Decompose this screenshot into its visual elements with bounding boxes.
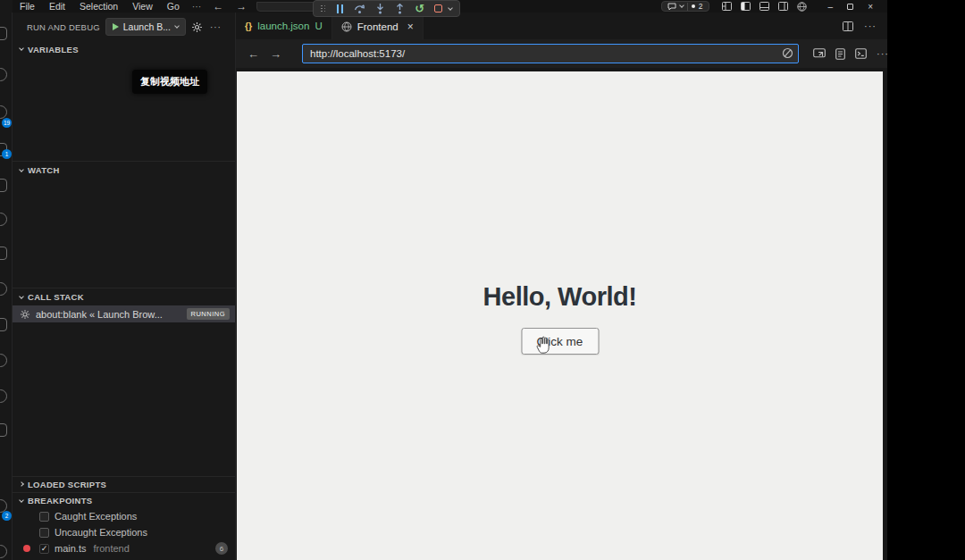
launch-config-label: Launch B... — [123, 21, 171, 32]
divider — [687, 3, 688, 11]
section-label: LOADED SCRIPTS — [28, 480, 106, 489]
chevron-down-icon — [19, 46, 24, 51]
pause-button[interactable] — [336, 1, 345, 17]
menu-more-icon[interactable]: ··· — [187, 1, 207, 12]
sidebar-header: RUN AND DEBUG Launch B... ··· — [13, 13, 235, 41]
window-controls: – × — [819, 2, 882, 12]
breakpoint-row-uncaught[interactable]: Uncaught Exceptions — [13, 524, 235, 540]
url-bar — [302, 44, 799, 63]
click-me-button[interactable]: Click me — [521, 328, 599, 355]
menu-view[interactable]: View — [125, 1, 160, 12]
tab-label: Frontend — [357, 21, 399, 32]
section-loaded-scripts[interactable]: LOADED SCRIPTS — [13, 476, 235, 492]
close-tab-icon[interactable]: × — [407, 21, 414, 33]
browser-actions: ··· — [813, 48, 889, 60]
extensions-icon[interactable] — [0, 179, 7, 192]
search-icon[interactable] — [0, 68, 7, 81]
bookmark-icon[interactable] — [0, 423, 7, 437]
account-badge: 2 — [2, 511, 12, 521]
sidebar-more-icon[interactable]: ··· — [210, 22, 222, 32]
chevron-down-icon — [19, 167, 24, 172]
breakpoint-label: Uncaught Exceptions — [55, 527, 147, 538]
globe-icon[interactable] — [797, 2, 807, 12]
open-external-browser-icon[interactable] — [813, 48, 826, 59]
circle-slash-icon[interactable] — [782, 47, 793, 59]
source-control-icon[interactable] — [0, 105, 7, 119]
chat-icon — [667, 3, 676, 11]
history-forward-icon[interactable]: → — [230, 0, 253, 13]
section-label: VARIABLES — [28, 45, 79, 54]
url-input[interactable] — [302, 44, 799, 63]
breakpoint-row-main-ts[interactable]: ✓ main.ts frontend 6 — [13, 540, 235, 556]
browser-forward-icon[interactable]: → — [267, 47, 284, 61]
breakpoint-label: Caught Exceptions — [55, 511, 137, 522]
browser-back-icon[interactable]: ← — [245, 47, 262, 61]
menu-selection[interactable]: Selection — [72, 1, 125, 12]
testing-icon[interactable] — [0, 213, 7, 226]
console-icon[interactable] — [855, 48, 867, 59]
status-dot-icon — [692, 4, 695, 8]
chevron-down-icon — [19, 294, 24, 299]
panel-title: RUN AND DEBUG — [27, 22, 100, 32]
toggle-sidebar-icon[interactable] — [741, 2, 751, 11]
settings-gear-icon[interactable] — [0, 545, 7, 558]
tab-bar-actions: ··· — [843, 13, 887, 39]
section-breakpoints[interactable]: BREAKPOINTS — [13, 492, 235, 508]
remote-explorer-icon[interactable] — [0, 247, 7, 260]
step-out-button[interactable] — [395, 4, 405, 14]
step-over-button[interactable] — [354, 4, 365, 14]
minimize-button[interactable]: – — [828, 2, 834, 12]
section-variables[interactable]: VARIABLES — [13, 41, 235, 57]
git-untracked-badge: U — [315, 21, 322, 31]
stop-dropdown-chevron-icon[interactable] — [448, 5, 453, 11]
devtools-log-icon[interactable] — [835, 48, 845, 60]
editor-area: {} launch.json U Frontend × ··· ← → — [236, 13, 887, 560]
toggle-panel-icon[interactable] — [759, 2, 769, 11]
explorer-icon[interactable] — [0, 27, 7, 40]
call-stack-session-row[interactable]: about:blank « Launch Brow... RUNNING — [13, 305, 235, 322]
drag-handle-icon[interactable] — [321, 5, 326, 13]
close-window-button[interactable]: × — [868, 2, 873, 12]
section-call-stack[interactable]: CALL STACK — [13, 288, 235, 305]
maximize-button[interactable] — [847, 4, 853, 10]
chevron-down-icon — [679, 3, 684, 8]
restart-button[interactable]: ↺ — [415, 3, 424, 14]
browser-more-icon[interactable]: ··· — [877, 48, 889, 59]
run-debug-sidebar: RUN AND DEBUG Launch B... ··· VARIABLES … — [13, 13, 236, 560]
toggle-secondary-sidebar-icon[interactable] — [778, 2, 788, 11]
menu-file[interactable]: File — [13, 1, 42, 12]
tab-label: launch.json — [257, 21, 309, 31]
chat-count-badge: 2 — [699, 2, 703, 11]
running-status-badge: RUNNING — [187, 308, 231, 320]
stop-button[interactable] — [434, 4, 442, 13]
launch-config-button[interactable]: Launch B... — [105, 18, 186, 36]
chat-widget[interactable]: 2 — [661, 1, 709, 12]
section-watch[interactable]: WATCH — [13, 161, 235, 179]
split-editor-icon[interactable] — [843, 21, 853, 31]
checkbox-checked[interactable]: ✓ — [39, 544, 49, 554]
breakpoint-row-caught[interactable]: Caught Exceptions — [13, 508, 235, 524]
breakpoint-line-badge: 6 — [215, 542, 228, 555]
step-into-button[interactable] — [375, 4, 385, 14]
menu-go[interactable]: Go — [160, 1, 187, 12]
history-back-icon[interactable]: ← — [206, 0, 230, 13]
menu-edit[interactable]: Edit — [42, 1, 72, 12]
layout-controls — [722, 2, 807, 12]
editor-more-icon[interactable]: ··· — [864, 21, 877, 31]
globe-icon — [341, 21, 352, 32]
checkbox-unchecked[interactable] — [39, 512, 49, 522]
launch-config-chevron-icon[interactable] — [174, 23, 180, 29]
debug-settings-gear-icon[interactable] — [191, 21, 203, 33]
comments-icon[interactable] — [0, 318, 7, 331]
chevron-right-icon — [19, 481, 24, 487]
live-share-icon[interactable] — [0, 282, 7, 296]
database-icon[interactable] — [0, 389, 7, 403]
start-debug-icon[interactable] — [113, 23, 119, 30]
breakpoint-detail: frontend — [93, 543, 129, 554]
json-braces-icon: {} — [245, 21, 252, 31]
docker-icon[interactable] — [0, 354, 7, 367]
checkbox-unchecked[interactable] — [39, 528, 49, 538]
customize-layout-icon[interactable] — [722, 2, 732, 11]
session-label: about:blank « Launch Brow... — [36, 309, 163, 320]
watch-body — [13, 179, 235, 288]
